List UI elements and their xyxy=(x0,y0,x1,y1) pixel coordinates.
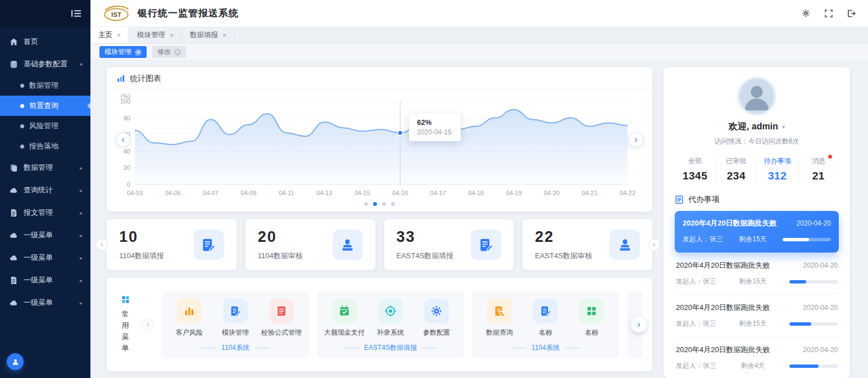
menu-app-module-mgmt[interactable]: 模块管理 xyxy=(212,299,258,338)
tab-home[interactable]: 主页 × xyxy=(90,27,129,43)
todo-initiator: 发起人：张三 xyxy=(676,277,716,286)
svg-text:04-15: 04-15 xyxy=(355,190,370,196)
tab-data-fill[interactable]: 数据填报 × xyxy=(182,27,235,43)
sidebar-subitem-label: 前置查询 xyxy=(29,101,58,111)
group-footer: EAST4S数据填报 xyxy=(321,343,460,353)
stat-card-east4s-review[interactable]: 22 EAST4S数据审核 xyxy=(522,219,652,270)
stat-value: 10 xyxy=(119,228,164,246)
stat-card-east4s-fill[interactable]: 33 EAST4S数据填报 xyxy=(384,219,514,270)
todo-remaining: 剩余4天 xyxy=(741,361,765,371)
stat-messages[interactable]: 消息 21 xyxy=(798,156,839,182)
menu-app-label: 大额现金支付 xyxy=(324,328,365,338)
stat-pending[interactable]: 待办事项 312 xyxy=(757,156,798,182)
sidebar-item-label: 一级菜单 xyxy=(24,298,53,308)
sidebar-item-menu-1[interactable]: 一级菜单 ▸ xyxy=(0,224,90,246)
sidebar-item-label: 报文管理 xyxy=(24,208,53,218)
quick-menu-prev-button[interactable]: ‹ xyxy=(142,318,154,331)
tag-module-mgmt[interactable]: 模块管理 ✕ xyxy=(99,46,147,58)
cloud-icon xyxy=(9,231,18,240)
sidebar-subitem-report-landing[interactable]: 报告落地 xyxy=(0,136,90,156)
chevron-right-icon: ▸ xyxy=(80,165,83,171)
welcome-row[interactable]: 欢迎, admin ▾ xyxy=(675,121,839,133)
close-icon[interactable]: × xyxy=(222,32,226,39)
todo-item[interactable]: 2020年4月20日数据跑批失败 2020-04-20 发起人：张三 剩余4天 xyxy=(675,337,839,378)
logout-icon[interactable] xyxy=(847,9,856,18)
pager-dot[interactable] xyxy=(373,202,377,206)
group-footer: 1104系统 xyxy=(476,343,615,353)
menu-app-label: 数据查询 xyxy=(486,328,513,338)
close-icon[interactable]: ✕ xyxy=(135,49,142,56)
cloud-icon xyxy=(9,186,18,195)
progress-bar xyxy=(783,238,831,241)
menu-app-supplement-system[interactable]: 补录系统 xyxy=(367,299,413,338)
group-items: 数据查询 名称 名称 xyxy=(476,299,615,338)
close-icon[interactable]: × xyxy=(117,32,121,39)
avatar-wrap xyxy=(675,79,839,114)
line-chart[interactable]: 020406080100(%)04-0304-0504-0704-0904-11… xyxy=(111,92,642,199)
stat-approved[interactable]: 已审批 234 xyxy=(715,156,756,182)
pager-dot[interactable] xyxy=(382,202,386,206)
sidebar-item-query-stats[interactable]: 查询统计 ▸ xyxy=(0,179,90,201)
document-icon xyxy=(9,276,18,285)
tab-module-mgmt[interactable]: 模块管理 × xyxy=(129,27,182,43)
avatar[interactable] xyxy=(739,79,774,114)
sidebar-item-message-mgmt[interactable]: 报文管理 ▸ xyxy=(0,201,90,224)
sidebar-nav: 首页 基础参数配置 ▾ 数据管理 前置查询 风险管理 报告落地 xyxy=(0,27,90,378)
sidebar-item-label: 一级菜单 xyxy=(24,230,53,240)
chevron-down-icon: ▾ xyxy=(782,124,785,130)
sidebar-item-menu-3[interactable]: 一级菜单 ▸ xyxy=(0,269,90,291)
todo-date: 2020-04-20 xyxy=(803,304,838,312)
stat-all[interactable]: 全部 1345 xyxy=(675,156,715,182)
tag-modify[interactable]: 修改 ✕ xyxy=(152,46,186,58)
sidebar-item-menu-4[interactable]: 一级菜单 ▸ xyxy=(0,291,90,314)
menu-app-formula-mgmt[interactable]: 校验公式管理 xyxy=(258,299,305,338)
stat-card-1104-review[interactable]: 20 1104数据审核 xyxy=(246,219,375,270)
edit-form-icon xyxy=(194,230,224,260)
todo-item[interactable]: 2020年4月20日数据跑批失败 2020-04-20 发起人：张三 剩余15天 xyxy=(675,295,839,337)
sidebar-subitem-data-mgmt[interactable]: 数据管理 xyxy=(0,75,90,96)
menu-app-name-2[interactable]: 名称 xyxy=(569,299,615,338)
person-icon xyxy=(11,358,20,366)
quick-menu-next-button[interactable]: › xyxy=(631,317,647,332)
sidebar-item-base-config[interactable]: 基础参数配置 ▾ xyxy=(0,53,90,75)
todo-remaining: 剩余15天 xyxy=(739,235,766,244)
svg-text:40: 40 xyxy=(124,148,130,155)
menu-app-name-1[interactable]: 名称 xyxy=(522,299,569,338)
stats-next-button[interactable]: › xyxy=(648,238,660,251)
close-icon[interactable]: × xyxy=(170,32,174,39)
todo-item[interactable]: 2020年4月20日数据跑批失败 2020-04-20 发起人：张三 剩余15天 xyxy=(675,253,839,295)
menu-app-customer-risk[interactable]: 客户风险 xyxy=(166,299,212,338)
statistics-chart-card: 统计图表 020406080100(%)04-0304-0504-0704-09… xyxy=(107,68,652,212)
tag-label: 修改 xyxy=(157,47,171,57)
chart-next-button[interactable]: › xyxy=(629,132,643,147)
chart-prev-button[interactable]: ‹ xyxy=(116,132,130,147)
main-column: IST 银行统一监管报送系统 主页 × 模块管理 × 数据填报 × xyxy=(90,0,868,378)
page-title: 银行统一监管报送系统 xyxy=(138,7,239,20)
todo-list-icon xyxy=(675,195,684,204)
close-icon[interactable]: ✕ xyxy=(174,49,181,56)
stats-prev-button[interactable]: ‹ xyxy=(96,238,108,251)
quick-menu-title-block: 常用菜单 xyxy=(117,295,134,354)
menu-app-param-config[interactable]: 参数配置 xyxy=(413,299,460,338)
fullscreen-icon[interactable] xyxy=(824,9,833,18)
sidebar-subitem-pre-query[interactable]: 前置查询 xyxy=(0,96,90,116)
pager-dot[interactable] xyxy=(391,202,395,206)
chart-header: 统计图表 xyxy=(107,68,652,90)
stat-card-1104-fill[interactable]: 10 1104数据填报 xyxy=(107,219,237,270)
pager-dot[interactable] xyxy=(364,202,368,206)
bar-chart-icon xyxy=(177,299,202,323)
chevron-right-icon: ▸ xyxy=(80,277,83,284)
sidebar-subitem-risk-mgmt[interactable]: 风险管理 xyxy=(0,116,90,136)
todo-list: 2020年4月20日数据跑批失败 2020-04-20 发起人：张三 剩余15天… xyxy=(675,211,839,378)
menu-app-data-query[interactable]: 数据查询 xyxy=(476,299,522,338)
todo-item-active[interactable]: 2020年4月20日数据跑批失败 2020-04-20 发起人：张三 剩余15天 xyxy=(675,211,839,253)
sidebar-collapse-icon[interactable] xyxy=(71,10,81,17)
sidebar-item-data-mgmt[interactable]: 数据管理 ▸ xyxy=(0,156,90,179)
assistant-button[interactable] xyxy=(7,353,24,370)
app-window: 首页 基础参数配置 ▾ 数据管理 前置查询 风险管理 报告落地 xyxy=(0,0,868,378)
menu-app-cash-payment[interactable]: 大额现金支付 xyxy=(321,299,367,338)
gear-icon[interactable] xyxy=(801,8,811,18)
svg-text:04-18: 04-18 xyxy=(468,190,484,196)
sidebar-item-menu-2[interactable]: 一级菜单 ▸ xyxy=(0,246,90,269)
sidebar-item-home[interactable]: 首页 xyxy=(0,30,90,53)
